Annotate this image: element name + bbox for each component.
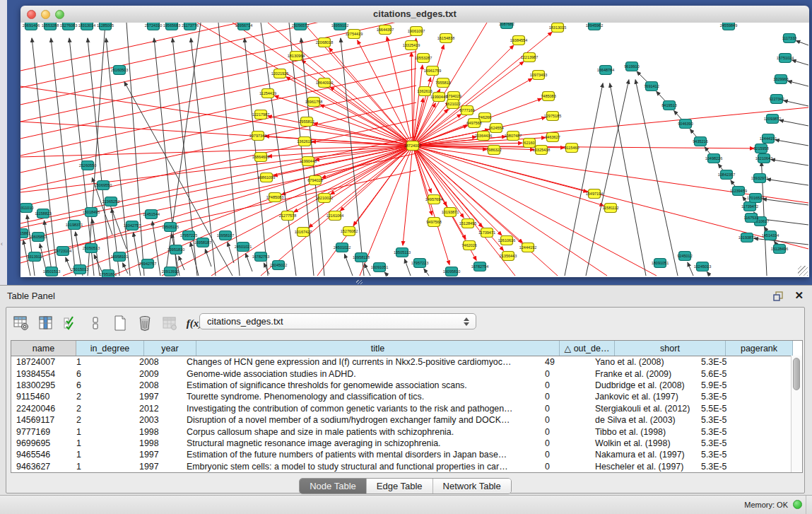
graph-node[interactable]: 10193872: [739, 233, 755, 243]
graph-node[interactable]: 6497568: [466, 119, 481, 128]
citation-edge-black[interactable]: [345, 254, 353, 276]
graph-node[interactable]: 16648784: [597, 66, 614, 75]
citation-edge-black[interactable]: [51, 38, 76, 276]
graph-node[interactable]: 9245012: [677, 252, 692, 261]
graph-node[interactable]: 10807487: [505, 132, 522, 141]
graph-node[interactable]: 12754419: [346, 30, 363, 39]
graph-node[interactable]: 1167531: [743, 214, 758, 223]
graph-node[interactable]: 9619910: [624, 62, 639, 71]
graph-node[interactable]: 24501021: [235, 243, 252, 252]
citation-edge-black[interactable]: [94, 255, 102, 271]
citation-edge-black[interactable]: [179, 256, 184, 270]
citation-edge-red[interactable]: [286, 77, 413, 146]
graph-node[interactable]: 10842357: [718, 170, 735, 180]
graph-node[interactable]: 13505113: [394, 248, 411, 257]
table-settings-icon[interactable]: [12, 314, 30, 332]
table-row[interactable]: 1938455462009Genome-wide association stu…: [11, 368, 802, 379]
graph-node[interactable]: 16961759: [424, 66, 441, 76]
citation-edge-black[interactable]: [245, 253, 252, 271]
table-row[interactable]: 946362711997Embryonic stem cells: a mode…: [11, 461, 802, 472]
citation-edge-red[interactable]: [20, 146, 413, 157]
graph-node[interactable]: 9313911: [27, 252, 42, 262]
graph-node[interactable]: 21173776: [182, 23, 199, 30]
graph-node[interactable]: 13325419: [403, 41, 420, 50]
citation-edge-red[interactable]: [403, 146, 413, 245]
graph-node[interactable]: 15018495: [83, 208, 100, 217]
graph-node[interactable]: 12610616: [498, 236, 515, 245]
graph-node[interactable]: 18724007: [404, 141, 421, 151]
graph-node[interactable]: 7691412: [644, 82, 659, 91]
citation-edge-black[interactable]: [88, 23, 105, 276]
column-header-name[interactable]: name: [11, 341, 76, 356]
graph-node[interactable]: 10553287: [415, 54, 432, 63]
table-row[interactable]: 977716911998Corpus callosum shape and si…: [11, 426, 802, 437]
graph-node[interactable]: 24501022: [334, 243, 351, 252]
graph-node[interactable]: 11990449: [430, 93, 447, 102]
citation-edge-black[interactable]: [565, 83, 603, 276]
column-header-in_degree[interactable]: in_degree: [76, 341, 144, 356]
graph-node[interactable]: 16210022: [316, 194, 333, 203]
graph-node[interactable]: 12161064: [326, 211, 343, 221]
graph-node[interactable]: 3329966: [773, 75, 788, 84]
graph-node[interactable]: 9115460: [564, 144, 579, 153]
graph-node[interactable]: 10498226: [705, 154, 722, 163]
table-row[interactable]: 969969511998Structural magnetic resonanc…: [11, 438, 802, 449]
graph-node[interactable]: 16864609: [252, 153, 269, 162]
graph-node[interactable]: 25724310: [145, 23, 162, 30]
graph-node[interactable]: 21356443: [500, 252, 517, 261]
graph-node[interactable]: 18945962: [586, 23, 603, 30]
graph-node[interactable]: 23942757: [139, 259, 156, 269]
tab-edge-table[interactable]: Edge Table: [366, 479, 433, 493]
table-row[interactable]: 911546021997Tourette syndrome. Phenomeno…: [11, 391, 802, 402]
graph-node[interactable]: 17485083: [266, 193, 283, 202]
graph-node[interactable]: 9463627: [545, 133, 560, 142]
graph-node[interactable]: 20913910: [162, 267, 179, 276]
select-rows-icon[interactable]: [61, 314, 80, 332]
graph-node[interactable]: 11254419: [259, 89, 276, 98]
graph-node[interactable]: 8419513: [661, 101, 676, 110]
graph-node[interactable]: 7955812: [299, 117, 314, 127]
graph-node[interactable]: 26160503: [111, 66, 128, 75]
citation-edge-red[interactable]: [20, 103, 416, 189]
graph-node[interactable]: 10193871: [442, 208, 459, 217]
graph-node[interactable]: 11451544: [143, 210, 160, 219]
graph-node[interactable]: 9311010: [20, 204, 34, 213]
graph-node[interactable]: 10245013: [694, 262, 711, 271]
graph-node[interactable]: 19342757: [124, 221, 141, 230]
memory-ok-indicator-icon[interactable]: [793, 500, 802, 509]
table-selector-dropdown[interactable]: citations_edges.txt: [199, 313, 476, 329]
citation-edge-black[interactable]: [154, 38, 177, 276]
graph-node[interactable]: 16958187: [194, 238, 211, 247]
graph-node[interactable]: 62160: [524, 139, 536, 148]
graph-node[interactable]: 10973493: [530, 71, 547, 80]
column-header-title[interactable]: title: [196, 341, 560, 356]
graph-node[interactable]: 1362615: [297, 137, 312, 146]
graph-node[interactable]: 25050513: [83, 244, 100, 253]
graph-node[interactable]: 12444191: [760, 134, 777, 144]
column-header-pagerank[interactable]: pagerank: [726, 341, 793, 356]
graph-node[interactable]: 11285005: [97, 23, 114, 30]
citation-edge-black[interactable]: [364, 264, 370, 276]
graph-node[interactable]: 16644397: [377, 25, 394, 35]
graph-node[interactable]: 12021925: [271, 69, 288, 78]
graph-node[interactable]: 16091051: [371, 263, 388, 272]
graph-node[interactable]: 16958101: [111, 252, 128, 262]
column-header-year[interactable]: year: [144, 341, 196, 356]
graph-node[interactable]: 18313015: [549, 23, 566, 33]
graph-node[interactable]: 16961758: [305, 98, 322, 107]
graph-node[interactable]: 18640910: [316, 78, 333, 88]
graph-node[interactable]: 15128496: [771, 245, 788, 254]
graph-node[interactable]: 1624554: [488, 124, 503, 133]
graph-node[interactable]: 20605853: [30, 233, 47, 242]
graph-node[interactable]: 1117333: [782, 34, 797, 43]
citation-edge-black[interactable]: [610, 83, 646, 276]
citation-edge-red[interactable]: [340, 146, 413, 211]
graph-node[interactable]: 18313014: [78, 23, 95, 30]
graph-node[interactable]: 25069550: [95, 181, 112, 190]
float-panel-icon[interactable]: [773, 291, 784, 301]
graph-node[interactable]: 11739472: [741, 202, 758, 211]
citation-edge-red[interactable]: [413, 146, 464, 218]
graph-node[interactable]: 19384554: [510, 36, 527, 45]
column-visibility-icon[interactable]: [37, 314, 55, 332]
citation-edge-red[interactable]: [413, 146, 449, 264]
